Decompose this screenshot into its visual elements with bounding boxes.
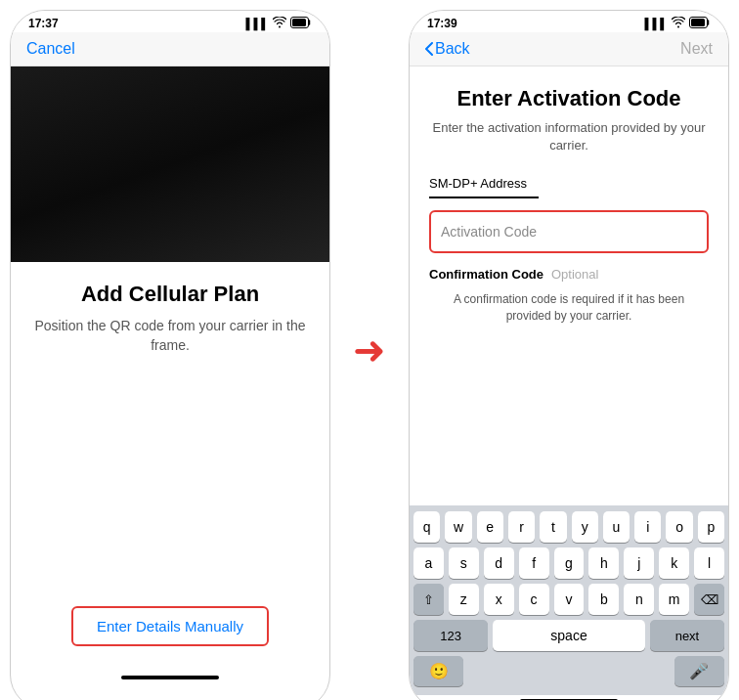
status-icons-right: ▌▌▌ [645, 17, 711, 30]
svg-rect-1 [292, 19, 306, 26]
key-p[interactable]: p [698, 511, 724, 543]
home-indicator-left [121, 676, 219, 679]
tab-smdp[interactable]: SM-DP+ Address [429, 170, 539, 198]
activation-content: Enter Activation Code Enter the activati… [410, 66, 728, 505]
next-key[interactable]: next [650, 620, 724, 651]
signal-icon-right: ▌▌▌ [645, 18, 668, 29]
right-arrow-icon: ➜ [353, 330, 386, 370]
key-h[interactable]: h [588, 547, 619, 579]
space-key[interactable]: space [493, 620, 645, 651]
keyboard-row-1: q w e r t y u i o p [413, 511, 724, 543]
keyboard-row-5: 🙂 🎤 [413, 656, 724, 686]
back-chevron-icon [425, 42, 433, 56]
key-e[interactable]: e [477, 511, 503, 543]
nav-bar-right: Back Next [410, 32, 728, 66]
key-l[interactable]: l [694, 547, 724, 579]
key-j[interactable]: j [624, 547, 654, 579]
key-v[interactable]: v [554, 584, 585, 615]
key-g[interactable]: g [554, 547, 585, 579]
status-bar-left: 17:37 ▌▌▌ [11, 11, 329, 32]
key-y[interactable]: y [572, 511, 598, 543]
wifi-icon [273, 17, 286, 30]
activation-subtitle: Enter the activation information provide… [429, 119, 709, 154]
confirmation-note: A confirmation code is required if it ha… [429, 291, 709, 325]
signal-icon: ▌▌▌ [246, 18, 269, 29]
shift-key[interactable]: ⇧ [413, 584, 444, 615]
nav-bar-left: Cancel [11, 32, 329, 66]
enter-details-manually-button[interactable]: Enter Details Manually [71, 606, 269, 646]
confirmation-row: Confirmation Code Optional [429, 267, 709, 282]
key-i[interactable]: i [634, 511, 661, 543]
right-phone: 17:39 ▌▌▌ [409, 10, 729, 700]
battery-icon-right [689, 17, 711, 30]
key-m[interactable]: m [659, 584, 689, 615]
status-icons-left: ▌▌▌ [246, 17, 312, 30]
add-cellular-title: Add Cellular Plan [81, 282, 259, 307]
key-f[interactable]: f [519, 547, 549, 579]
keyboard: q w e r t y u i o p a s d f g h j k l ⇧ … [410, 505, 728, 695]
key-s[interactable]: s [449, 547, 479, 579]
emoji-key[interactable]: 🙂 [413, 656, 463, 686]
tab-row: SM-DP+ Address [429, 170, 709, 198]
key-z[interactable]: z [449, 584, 479, 615]
keyboard-row-3: ⇧ z x c v b n m ⌫ [413, 584, 724, 615]
key-u[interactable]: u [603, 511, 630, 543]
next-button[interactable]: Next [680, 40, 713, 58]
left-phone: 17:37 ▌▌▌ Cancel [10, 10, 330, 700]
key-w[interactable]: w [445, 511, 471, 543]
key-a[interactable]: a [413, 547, 444, 579]
wifi-icon-right [672, 17, 685, 30]
add-cellular-content: Add Cellular Plan Position the QR code f… [11, 262, 329, 700]
key-c[interactable]: c [519, 584, 549, 615]
key-x[interactable]: x [484, 584, 514, 615]
key-k[interactable]: k [659, 547, 689, 579]
add-cellular-subtitle: Position the QR code from your carrier i… [34, 317, 306, 355]
activation-title: Enter Activation Code [429, 86, 709, 111]
key-q[interactable]: q [413, 511, 440, 543]
keyboard-row-2: a s d f g h j k l [413, 547, 724, 579]
status-bar-right: 17:39 ▌▌▌ [410, 11, 728, 32]
battery-icon [290, 17, 312, 30]
time-right: 17:39 [427, 17, 457, 30]
delete-key[interactable]: ⌫ [694, 584, 724, 615]
activation-code-field[interactable]: Activation Code [429, 210, 709, 253]
arrow-container: ➜ [330, 0, 409, 700]
time-left: 17:37 [28, 17, 59, 30]
keyboard-row-4: 123 space next [413, 620, 724, 651]
camera-view [11, 66, 329, 262]
mic-key[interactable]: 🎤 [674, 656, 724, 686]
key-n[interactable]: n [624, 584, 654, 615]
confirmation-label: Confirmation Code [429, 267, 543, 282]
svg-rect-3 [691, 19, 705, 26]
key-t[interactable]: t [540, 511, 566, 543]
key-b[interactable]: b [588, 584, 619, 615]
back-button[interactable]: Back [425, 40, 470, 58]
key-r[interactable]: r [508, 511, 535, 543]
optional-label: Optional [551, 267, 598, 282]
numbers-key[interactable]: 123 [413, 620, 488, 651]
key-o[interactable]: o [666, 511, 692, 543]
camera-dark-bg [11, 66, 329, 262]
cancel-button[interactable]: Cancel [26, 40, 75, 58]
key-d[interactable]: d [484, 547, 514, 579]
